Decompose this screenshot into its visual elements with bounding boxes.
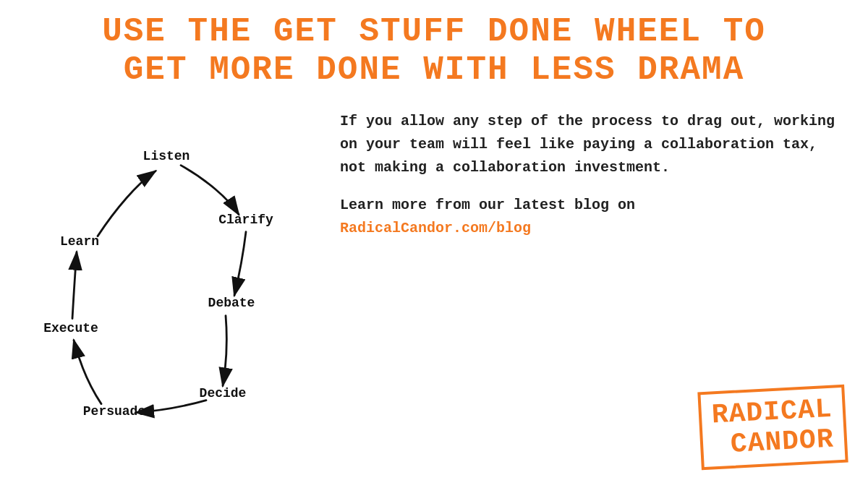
svg-text:Clarify: Clarify	[218, 212, 273, 226]
brand-line2: CANDOR	[712, 424, 835, 461]
main-text: If you allow any step of the process to …	[340, 110, 846, 179]
header-line2: GET MORE DONE WITH LESS DRAMA	[22, 51, 846, 90]
svg-text:Execute: Execute	[43, 320, 98, 335]
svg-text:Listen: Listen	[143, 148, 190, 163]
svg-text:Learn: Learn	[60, 234, 99, 248]
header-line1: USE THE GET STUFF DONE WHEEL TO	[22, 13, 846, 51]
wheel-section: Listen Clarify Debate Decide Persuade Ex…	[22, 103, 311, 474]
description-block: If you allow any step of the process to …	[340, 110, 846, 240]
text-section: If you allow any step of the process to …	[326, 103, 846, 474]
header: USE THE GET STUFF DONE WHEEL TO GET MORE…	[22, 13, 846, 90]
header-title: USE THE GET STUFF DONE WHEEL TO GET MORE…	[22, 13, 846, 90]
blog-link[interactable]: RadicalCandor.com/blog	[340, 220, 531, 236]
svg-text:Decide: Decide	[200, 385, 247, 400]
content-area: Listen Clarify Debate Decide Persuade Ex…	[22, 103, 846, 474]
learn-more-text: Learn more from our latest blog on Radic…	[340, 194, 846, 240]
page: USE THE GET STUFF DONE WHEEL TO GET MORE…	[0, 0, 868, 488]
bottom-right: RADICAL CANDOR	[340, 381, 846, 466]
svg-text:Persuade: Persuade	[83, 403, 145, 418]
brand-logo: RADICAL CANDOR	[698, 385, 848, 470]
svg-text:Debate: Debate	[208, 295, 255, 309]
